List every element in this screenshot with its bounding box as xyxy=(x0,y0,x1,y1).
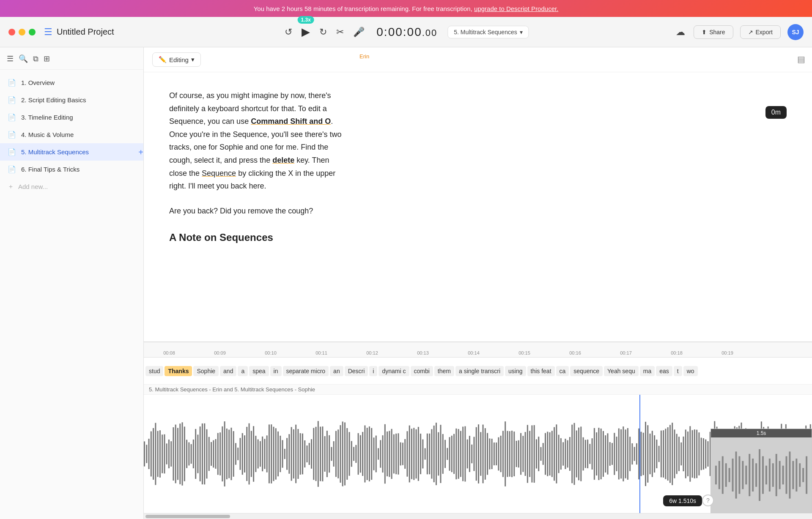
editing-mode-button[interactable]: ✏️ Editing ▾ xyxy=(152,52,201,67)
svg-rect-234 xyxy=(665,429,666,479)
word-chip-15[interactable]: using xyxy=(505,366,526,376)
word-chip-10[interactable]: i xyxy=(369,366,377,376)
svg-rect-84 xyxy=(331,447,332,461)
svg-rect-313 xyxy=(759,449,760,501)
word-chip-21[interactable]: eas xyxy=(656,366,672,376)
grid-button[interactable]: ⊞ xyxy=(44,54,50,63)
svg-rect-221 xyxy=(636,443,637,464)
sidebar-item-1[interactable]: 📄 1. Overview xyxy=(0,74,143,91)
word-chip-22[interactable]: t xyxy=(674,366,682,376)
word-chip-4[interactable]: a xyxy=(238,366,248,376)
word-chip-14[interactable]: a single transcri xyxy=(455,366,504,376)
svg-rect-39 xyxy=(230,428,232,480)
speed-badge[interactable]: 1.3x xyxy=(298,16,314,24)
svg-rect-321 xyxy=(786,456,787,494)
cloud-button[interactable]: ☁ xyxy=(674,25,687,39)
word-chip-13[interactable]: them xyxy=(434,366,454,376)
delete-text: delete xyxy=(272,156,294,164)
word-chip-3[interactable]: and xyxy=(220,366,236,376)
sidebar-item-label-1: 1. Overview xyxy=(21,79,55,86)
svg-rect-168 xyxy=(518,440,519,468)
word-chip-9[interactable]: Descri xyxy=(345,366,368,376)
mic-button[interactable]: 🎤 xyxy=(351,25,366,39)
word-chip-23[interactable]: wo xyxy=(683,366,698,376)
clip-button[interactable]: ✂ xyxy=(335,25,346,39)
svg-rect-190 xyxy=(567,440,568,468)
svg-rect-104 xyxy=(376,436,377,473)
upgrade-link[interactable]: upgrade to Descript Producer. xyxy=(474,5,558,12)
svg-rect-38 xyxy=(228,430,230,478)
svg-rect-102 xyxy=(371,428,372,480)
sequence-text: Sequence xyxy=(202,169,236,178)
doc-content[interactable]: 0m Of course, as you might imagine by no… xyxy=(144,72,812,341)
svg-rect-173 xyxy=(529,431,530,477)
word-chip-11[interactable]: dynami c xyxy=(379,366,409,376)
svg-rect-303 xyxy=(725,463,727,487)
right-panel-toggle[interactable]: ▤ xyxy=(797,54,805,64)
svg-rect-227 xyxy=(650,434,651,474)
word-chip-0[interactable]: stud xyxy=(145,366,163,376)
word-chip-12[interactable]: combi xyxy=(411,366,433,376)
svg-rect-315 xyxy=(765,466,767,485)
minimize-button[interactable] xyxy=(19,29,25,36)
search-button[interactable]: 🔍 xyxy=(19,54,28,63)
rewind-button[interactable]: ↺ xyxy=(283,25,294,39)
svg-rect-115 xyxy=(400,443,401,466)
svg-rect-53 xyxy=(262,437,263,471)
sidebar-item-5[interactable]: 📄 5. Multitrack Sequences + xyxy=(0,143,143,161)
copy-button[interactable]: ⧉ xyxy=(33,55,38,63)
help-button[interactable]: ? xyxy=(702,494,714,506)
timeline-words[interactable]: studThanksSophieandaspeainseparate micro… xyxy=(144,358,812,385)
sidebar-item-3[interactable]: 📄 3. Timeline Editing xyxy=(0,109,143,126)
word-chip-18[interactable]: sequence xyxy=(570,366,603,376)
svg-rect-64 xyxy=(286,438,288,470)
scrollbar-thumb[interactable] xyxy=(145,515,230,518)
sequence-selector[interactable]: 5. Multitrack Sequences ▾ xyxy=(447,26,529,38)
svg-rect-183 xyxy=(551,431,553,477)
svg-rect-91 xyxy=(346,428,348,480)
close-button[interactable] xyxy=(8,29,15,36)
word-chip-20[interactable]: ma xyxy=(640,366,655,376)
word-chip-2[interactable]: Sophie xyxy=(193,366,219,376)
svg-rect-46 xyxy=(246,427,247,481)
word-chip-19[interactable]: Yeah sequ xyxy=(604,366,639,376)
svg-rect-202 xyxy=(594,428,595,480)
play-button[interactable]: 1.3x ▶ xyxy=(300,24,312,40)
add-new-button[interactable]: ＋ Add new... xyxy=(0,178,143,195)
sidebar-item-4[interactable]: 📄 4. Music & Volume xyxy=(0,126,143,143)
sidebar-item-6[interactable]: 📄 6. Final Tips & Tricks xyxy=(0,161,143,178)
svg-rect-249 xyxy=(698,432,700,475)
fullscreen-button[interactable] xyxy=(29,29,36,36)
word-chip-5[interactable]: spea xyxy=(249,366,269,376)
svg-rect-304 xyxy=(729,468,730,482)
word-chip-16[interactable]: this feat xyxy=(527,366,555,376)
svg-rect-201 xyxy=(592,438,593,470)
document-icon: 📄 xyxy=(8,79,16,87)
svg-rect-12 xyxy=(170,441,172,467)
svg-rect-103 xyxy=(373,437,374,470)
menu-button[interactable]: ☰ xyxy=(7,54,14,63)
timeline-scrollbar[interactable] xyxy=(144,513,812,519)
drag-handle[interactable]: + xyxy=(138,147,143,157)
word-chip-1[interactable]: Thanks xyxy=(165,366,192,376)
svg-rect-58 xyxy=(273,427,274,481)
word-chip-8[interactable]: an xyxy=(330,366,343,376)
share-button[interactable]: ⬆ Share xyxy=(694,25,733,39)
waveform-area[interactable]: // We'll use inline rects for waveform 1… xyxy=(144,395,812,513)
svg-rect-66 xyxy=(291,427,292,481)
svg-rect-245 xyxy=(689,426,691,481)
export-button[interactable]: ↗ Export xyxy=(740,25,781,39)
svg-rect-117 xyxy=(404,439,406,469)
svg-rect-76 xyxy=(313,428,314,480)
word-chip-6[interactable]: in xyxy=(270,366,282,376)
project-title[interactable]: Untitled Project xyxy=(57,27,114,37)
sidebar-item-2[interactable]: 📄 2. Script Editing Basics xyxy=(0,91,143,109)
avatar[interactable]: SJ xyxy=(787,24,804,40)
fast-forward-button[interactable]: ↻ xyxy=(318,25,329,39)
tick-6: 00:13 xyxy=(398,350,448,355)
svg-rect-92 xyxy=(349,432,350,475)
word-chip-17[interactable]: ca xyxy=(556,366,569,376)
playhead[interactable] xyxy=(639,395,640,513)
svg-rect-107 xyxy=(382,435,384,473)
word-chip-7[interactable]: separate micro xyxy=(283,366,329,376)
